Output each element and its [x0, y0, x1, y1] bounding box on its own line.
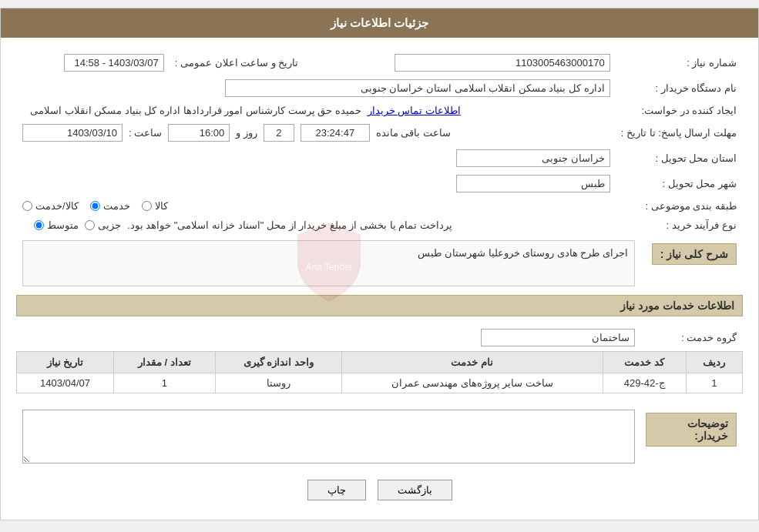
print-button[interactable]: چاپ: [307, 480, 366, 500]
back-button[interactable]: بازگشت: [378, 480, 452, 500]
service-table: ردیف کد خدمت نام خدمت واحد اندازه گیری ت…: [16, 351, 743, 393]
category-label: طبقه بندی موضوعی :: [616, 197, 741, 215]
deadline-row: 1403/03/10 ساعت : 16:00 روز و 2 23: [18, 121, 615, 145]
need-description-value: Ana Tender اجرای طرح هادی روستای خروعلیا…: [18, 237, 640, 293]
city-label: شهر محل تحویل :: [616, 172, 741, 196]
buyer-desc-textarea[interactable]: [22, 410, 635, 463]
category-kala-khadamat[interactable]: کالا/خدمت: [22, 200, 79, 212]
buyer-desc-value[interactable]: [18, 407, 640, 467]
category-khadamat[interactable]: خدمت: [90, 200, 130, 212]
need-number-value: 1103005463000170: [304, 51, 614, 75]
table-row: 1 ج-42-429 ساخت سایر پروژه‌های مهندسی عم…: [17, 373, 743, 393]
need-number-box: 1103005463000170: [395, 54, 610, 72]
need-description-box: Ana Tender اجرای طرح هادی روستای خروعلیا…: [22, 240, 635, 286]
purchase-type-label: نوع فرآیند خرید :: [616, 216, 741, 234]
contact-link[interactable]: اطلاعات تماس خریدار: [368, 105, 461, 116]
buyer-org-box: اداره کل بنیاد مسکن انقلاب اسلامی استان …: [225, 79, 610, 97]
city-box: طبس: [456, 175, 610, 192]
svg-text:Ana Tender: Ana Tender: [305, 262, 352, 273]
deadline-days-label: روز و: [236, 127, 257, 139]
announce-date-box: 1403/03/07 - 14:58: [64, 54, 164, 72]
col-code: کد خدمت: [603, 352, 686, 373]
deadline-time-box: 16:00: [168, 124, 230, 142]
deadline-date-box: 1403/03/10: [22, 124, 123, 142]
cell-row: 1: [686, 373, 742, 393]
page-header: جزئیات اطلاعات نیاز: [1, 8, 758, 38]
page-title: جزئیات اطلاعات نیاز: [331, 16, 428, 29]
need-description-label: شرح کلی نیاز :: [652, 243, 737, 265]
deadline-remaining-box: 23:24:47: [301, 124, 370, 142]
deadline-days-box: 2: [264, 124, 294, 142]
cell-unit: روستا: [215, 373, 341, 393]
purchase-type-note: پرداخت تمام یا بخشی از مبلغ خریدار از مح…: [127, 219, 452, 231]
cell-date: 1403/04/07: [17, 373, 114, 393]
province-box: خراسان جنوبی: [456, 149, 610, 167]
cell-count: 1: [114, 373, 216, 393]
service-group-box: ساختمان: [481, 329, 635, 346]
description-section: شرح کلی نیاز : Ana Tender اجرای طرح: [16, 236, 743, 295]
buyer-org-label: نام دستگاه خریدار :: [616, 76, 741, 100]
col-row: ردیف: [686, 352, 742, 373]
col-count: تعداد / مقدار: [114, 352, 216, 373]
cell-name: ساخت سایر پروژه‌های مهندسی عمران: [341, 373, 603, 393]
col-unit: واحد اندازه گیری: [215, 352, 341, 373]
announce-date-label: تاریخ و ساعت اعلان عمومی :: [170, 51, 304, 75]
announce-date-value: 1403/03/07 - 14:58: [18, 51, 169, 75]
province-label: استان محل تحویل :: [616, 146, 741, 170]
category-kala[interactable]: کالا: [142, 200, 168, 212]
province-value: خراسان جنوبی: [18, 146, 615, 170]
buyer-desc-section: توضیحات خریدار:: [16, 405, 743, 468]
deadline-label: مهلت ارسال پاسخ: تا تاریخ :: [616, 121, 741, 145]
creator-label: ایجاد کننده در خواست:: [616, 102, 741, 119]
creator-value: حمیده حق پرست کارشناس امور قراردادها ادا…: [18, 102, 615, 119]
deadline-time-label: ساعت :: [129, 127, 162, 139]
buyer-org-value: اداره کل بنیاد مسکن انقلاب اسلامی استان …: [18, 76, 615, 100]
service-group-section: گروه خدمت : ساختمان: [16, 324, 743, 351]
purchase-type-motavaset[interactable]: متوسط: [34, 219, 79, 231]
purchase-type-row: متوسط جزیی پرداخت تمام یا بخشی از مبلغ خ…: [18, 216, 615, 234]
col-date: تاریخ نیاز: [17, 352, 114, 373]
info-section: شماره نیاز : 1103005463000170 تاریخ و سا…: [16, 49, 743, 236]
buttons-row: بازگشت چاپ: [16, 480, 743, 500]
col-name: نام خدمت: [341, 352, 603, 373]
cell-code: ج-42-429: [603, 373, 686, 393]
service-group-value: ساختمان: [18, 326, 640, 350]
services-section-header: اطلاعات خدمات مورد نیاز: [16, 295, 743, 316]
service-group-label: گروه خدمت :: [641, 326, 741, 350]
city-value: طبس: [18, 172, 615, 196]
need-number-label: شماره نیاز :: [616, 51, 741, 75]
purchase-type-jozi[interactable]: جزیی: [85, 219, 121, 231]
buyer-desc-label: توضیحات خریدار:: [646, 413, 737, 447]
category-row: کالا/خدمت خدمت کالا: [18, 197, 615, 215]
deadline-remaining-label: ساعت باقی مانده: [376, 127, 451, 139]
